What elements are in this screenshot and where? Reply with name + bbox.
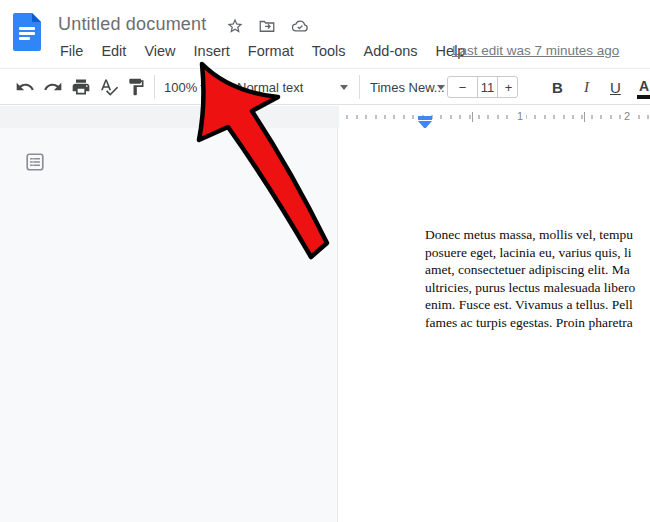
text-line: posuere eget, lacinia eu, varius quis, l…: [425, 244, 650, 262]
chevron-down-icon[interactable]: [200, 85, 208, 90]
ruler-inch-number: 2: [621, 110, 633, 122]
document-outline-icon[interactable]: [24, 151, 46, 173]
editor-area: Donec metus massa, mollis vel, tempu pos…: [0, 128, 650, 522]
first-line-indent-marker[interactable]: [418, 116, 432, 120]
redo-icon[interactable]: [43, 77, 63, 97]
text-line: fames ac turpis egestas. Proin pharetra: [425, 314, 650, 332]
menu-file[interactable]: File: [60, 43, 83, 59]
google-docs-window: Untitled document File Edit View Insert …: [0, 0, 650, 522]
decrease-font-size-button[interactable]: −: [448, 77, 477, 97]
text-line: enim. Fusce est. Vivamus a tellus. Pell: [425, 296, 650, 314]
menu-insert[interactable]: Insert: [194, 43, 230, 59]
document-title[interactable]: Untitled document: [58, 14, 206, 35]
bold-button[interactable]: B: [552, 79, 563, 96]
text-color-swatch: [637, 95, 650, 99]
ruler-ticks: [339, 115, 650, 119]
zoom-select[interactable]: 100%: [164, 80, 197, 95]
undo-icon[interactable]: [15, 77, 35, 97]
star-icon[interactable]: [226, 17, 244, 35]
ruler-inch-number: 1: [514, 110, 526, 122]
chevron-down-icon[interactable]: [340, 85, 348, 90]
docs-logo-icon[interactable]: [13, 13, 41, 51]
toolbar-divider: [218, 75, 219, 99]
print-icon[interactable]: [71, 77, 91, 97]
ruler[interactable]: 1 2: [0, 106, 650, 128]
font-size-input[interactable]: 11: [477, 77, 498, 97]
ruler-half-inch-tick: [584, 112, 585, 122]
paint-format-icon[interactable]: [126, 77, 146, 97]
italic-button[interactable]: I: [584, 79, 589, 96]
text-color-label: A: [639, 78, 649, 94]
toolbar-divider: [359, 75, 360, 99]
document-page[interactable]: Donec metus massa, mollis vel, tempu pos…: [339, 128, 650, 522]
toolbar: 100% Normal text Times New... − 11 + B I…: [0, 68, 650, 105]
cloud-saved-icon[interactable]: [291, 17, 309, 35]
paragraph-style-select[interactable]: Normal text: [237, 80, 303, 95]
ruler-half-inch-tick: [472, 112, 473, 122]
font-size-control: − 11 +: [447, 76, 518, 98]
text-line: amet, consectetuer adipiscing elit. Ma: [425, 261, 650, 279]
underline-button[interactable]: U: [610, 79, 621, 96]
header: Untitled document File Edit View Insert …: [0, 0, 650, 68]
menu-format[interactable]: Format: [248, 43, 294, 59]
spellcheck-icon[interactable]: [99, 77, 119, 97]
menu-view[interactable]: View: [144, 43, 175, 59]
last-edit-link[interactable]: Last edit was 7 minutes ago: [452, 43, 619, 58]
left-panel: [0, 128, 338, 522]
text-line: ultricies, purus lectus malesuada libero: [425, 279, 650, 297]
document-text[interactable]: Donec metus massa, mollis vel, tempu pos…: [425, 226, 650, 332]
move-folder-icon[interactable]: [258, 17, 276, 35]
text-line: Donec metus massa, mollis vel, tempu: [425, 226, 650, 244]
increase-font-size-button[interactable]: +: [498, 77, 519, 97]
menubar: File Edit View Insert Format Tools Add-o…: [60, 43, 465, 59]
ruler-left-margin: [0, 106, 339, 128]
toolbar-divider: [154, 75, 155, 99]
menu-tools[interactable]: Tools: [312, 43, 346, 59]
text-color-button[interactable]: A: [637, 78, 650, 94]
font-family-select[interactable]: Times New...: [370, 80, 445, 95]
menu-addons[interactable]: Add-ons: [364, 43, 418, 59]
menu-edit[interactable]: Edit: [101, 43, 126, 59]
chevron-down-icon[interactable]: [437, 85, 445, 90]
